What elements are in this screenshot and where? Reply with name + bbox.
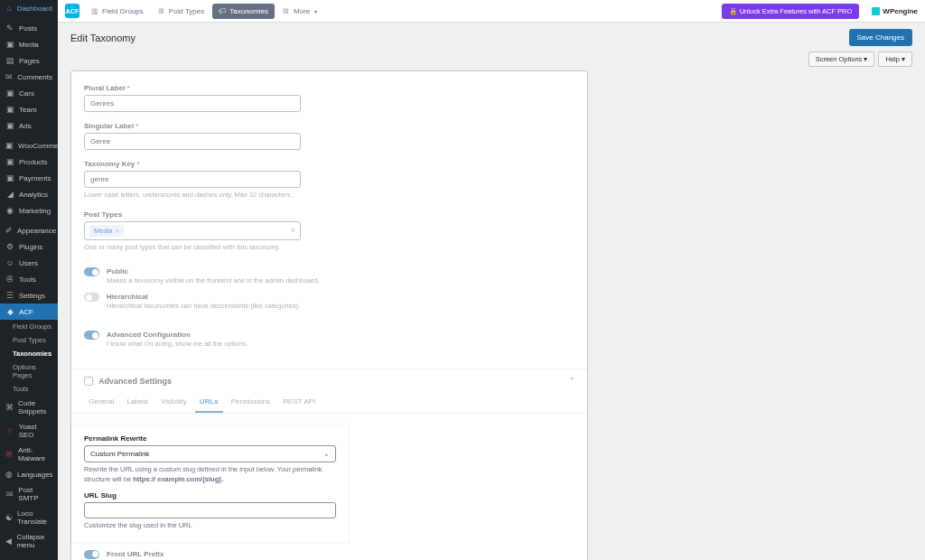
switch-front-url-prefix[interactable] [84,550,99,559]
menu-label: Collapse menu [16,533,52,549]
nav-post-types[interactable]: ⊞Post Types [152,4,210,19]
menu-dashboard[interactable]: ⌂Dashboard [0,0,58,16]
submenu-post-types[interactable]: Post Types [0,333,58,347]
field-post-types: Post Types Media× × One or many post typ… [84,210,575,253]
help-url-slug: Customize the slug used in the URL [84,521,336,531]
menu-appearance[interactable]: ✐Appearance [0,222,58,238]
help-taxonomy-key: Lower case letters, underscores and dash… [84,191,575,201]
menu-label: Analytics [19,191,48,199]
menu-users[interactable]: ☺Users [0,255,58,271]
tab-urls[interactable]: URLs [195,393,223,413]
acf-logo: ACF [65,4,79,18]
save-changes-button[interactable]: Save Changes [849,29,912,46]
menu-loco[interactable]: ☯Loco Translate [0,506,58,529]
unlock-pro-button[interactable]: 🔒Unlock Extra Features with ACF PRO [722,4,860,19]
label-plural: Plural Label * [84,84,575,92]
menu-analytics[interactable]: ◢Analytics [0,186,58,202]
nav-more[interactable]: ⊞More▾ [276,4,323,19]
globe-icon: ◍ [5,470,13,479]
menu-team[interactable]: ▣Team [0,101,58,117]
tag-icon: 🏷 [219,7,227,15]
menu-products[interactable]: ▣Products [0,154,58,170]
menu-woocommerce[interactable]: ▣WooCommerce [0,137,58,154]
menu-collapse[interactable]: ◀Collapse menu [0,529,58,553]
clear-tokens-icon[interactable]: × [291,226,295,235]
submenu-taxonomies[interactable]: Taxonomies [0,347,58,360]
wpengine-label: WPengine [883,7,918,15]
switch-public[interactable] [84,267,99,276]
menu-yoast[interactable]: YYoast SEO [0,419,58,443]
unlock-label: Unlock Extra Features with ACF PRO [740,7,853,15]
nav-label: Post Types [169,7,204,15]
menu-post-smtp[interactable]: ✉Post SMTP [0,482,58,506]
users-icon: ☺ [5,258,14,267]
main-content: ACF ▥Field Groups ⊞Post Types 🏷Taxonomie… [58,0,925,560]
media-icon: ▣ [5,40,14,49]
post-types-select[interactable]: Media× × [84,221,301,240]
menu-label: Plugins [19,243,42,251]
menu-cars[interactable]: ▣Cars [0,85,58,101]
screen-options-toggle[interactable]: Screen Options ▾ [808,51,875,67]
chevron-down-icon: ▾ [864,55,867,63]
toggle-desc: Makes a taxonomy visible on the frontend… [107,276,320,285]
menu-pages[interactable]: ▤Pages [0,52,58,69]
remove-token-icon[interactable]: × [115,227,118,235]
woo-icon: ▣ [5,141,14,150]
toggle-desc: Hierarchical taxonomies can have descend… [107,302,300,310]
menu-ads[interactable]: ▣Ads [0,117,58,134]
tab-general[interactable]: General [84,393,118,413]
nav-label: Field Groups [102,7,144,15]
menu-plugins[interactable]: ⚙Plugins [0,238,58,255]
submenu-field-groups[interactable]: Field Groups [0,320,58,333]
menu-comments[interactable]: ✉Comments [0,69,58,85]
toggle-title: Front URL Prefix [107,550,339,558]
tab-labels[interactable]: Labels [122,393,153,413]
toggle-title: Advanced Configuration [107,331,248,339]
comment-icon: ✉ [5,72,13,81]
acf-top-bar: ACF ▥Field Groups ⊞Post Types 🏷Taxonomie… [58,0,925,23]
menu-acf[interactable]: ◆ACF [0,303,58,320]
menu-settings[interactable]: ☰Settings [0,287,58,303]
menu-marketing[interactable]: ◉Marketing [0,202,58,219]
input-plural-label[interactable] [84,95,301,112]
select-permalink-rewrite[interactable]: Custom Permalink ⌄ [84,445,336,462]
toggle-hierarchical: Hierarchical Hierarchical taxonomies can… [84,293,575,310]
nav-field-groups[interactable]: ▥Field Groups [85,4,150,19]
submenu-options-pages[interactable]: Options Pages [0,360,58,382]
menu-languages[interactable]: ◍Languages [0,466,58,482]
field-plural-label: Plural Label * [84,84,575,112]
gauge-icon: ⌂ [5,4,13,13]
page-header: Edit Taxonomy Save Changes [58,23,925,51]
menu-label: Appearance [17,227,56,235]
label-post-types: Post Types [84,210,575,219]
menu-media[interactable]: ▣Media [0,36,58,52]
wrench-icon: ✇ [5,275,14,284]
menu-payments[interactable]: ▣Payments [0,170,58,186]
switch-advanced-config[interactable] [84,331,99,340]
input-singular-label[interactable] [84,133,301,150]
menu-label: Posts [19,24,37,33]
field-singular-label: Singular Label * [84,122,575,150]
tab-visibility[interactable]: Visibility [156,393,192,413]
translate-icon: ☯ [5,513,13,522]
menu-antimalware[interactable]: ⛨Anti-Malware [0,443,58,466]
advanced-settings-header[interactable]: Advanced Settings ˄ [71,369,587,393]
menu-tools[interactable]: ✇Tools [0,271,58,287]
menu-label: Pages [19,57,40,65]
menu-code-snippets[interactable]: ⌘Code Snippets [0,396,58,419]
input-taxonomy-key[interactable] [84,171,301,188]
toggle-advanced-config: Advanced Configuration I know what I'm d… [84,331,575,348]
nav-taxonomies[interactable]: 🏷Taxonomies [212,4,275,19]
advanced-settings-title: Advanced Settings [98,377,172,386]
menu-posts[interactable]: ✎Posts [0,20,58,36]
submenu-acf-tools[interactable]: Tools [0,382,58,396]
switch-hierarchical[interactable] [84,293,99,302]
tab-rest-api[interactable]: REST API [278,393,320,413]
input-url-slug[interactable] [84,502,336,518]
pin-icon: ⊞ [158,7,166,15]
team-icon: ▣ [5,105,14,114]
help-toggle[interactable]: Help ▾ [878,51,912,67]
payments-icon: ▣ [5,173,14,182]
tab-permissions[interactable]: Permissions [227,393,276,413]
nav-label: Taxonomies [229,7,268,15]
